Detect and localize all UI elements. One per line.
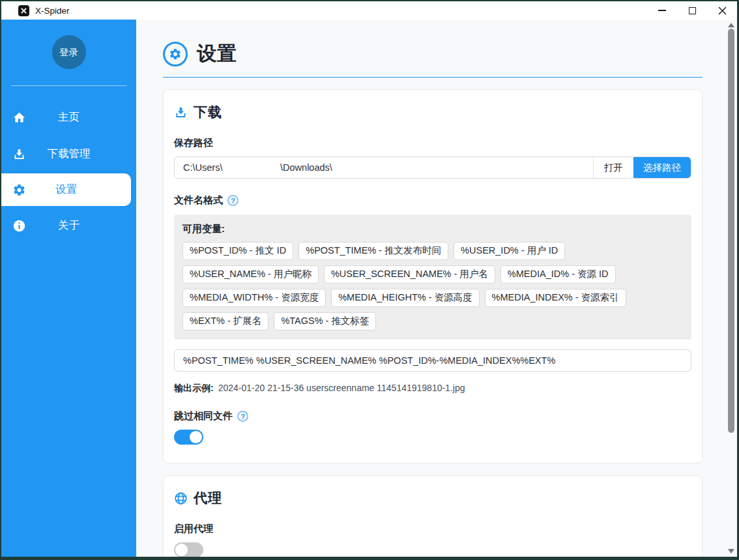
variables-panel: 可用变量: %POST_ID% - 推文 ID %POST_TIME% - 推文…	[174, 214, 691, 340]
login-label: 登录	[59, 46, 78, 59]
info-icon	[12, 219, 26, 233]
help-icon[interactable]: ?	[237, 411, 248, 422]
close-icon	[718, 7, 727, 15]
gear-icon	[12, 183, 26, 197]
skip-same-label: 跳过相同文件	[174, 410, 233, 422]
save-path-label: 保存路径	[174, 137, 691, 149]
download-icon	[174, 106, 188, 119]
window-controls	[647, 1, 737, 20]
choose-path-button[interactable]: 选择路径	[633, 157, 691, 178]
download-section-label: 下载	[194, 103, 222, 121]
header-divider	[163, 77, 703, 78]
filename-format-label: 文件名格式	[174, 194, 223, 207]
page-title: 设置	[197, 40, 237, 67]
variable-chip-tags[interactable]: %TAGS% - 推文标签	[274, 312, 376, 331]
globe-icon	[174, 492, 188, 505]
variable-chip-user-name[interactable]: %USER_NAME% - 用户昵称	[182, 265, 319, 284]
output-example-value: 2024-01-20 21-15-36 userscreenname 11451…	[218, 383, 465, 393]
variable-chip-media-width[interactable]: %MEDIA_WIDTH% - 资源宽度	[182, 289, 326, 307]
titlebar: X-Spider	[1, 1, 737, 20]
app-title: X-Spider	[35, 6, 70, 16]
variable-chip-media-index[interactable]: %MEDIA_INDEX% - 资源索引	[485, 289, 626, 307]
sidebar-divider	[11, 85, 126, 86]
toggle-knob	[190, 431, 202, 443]
proxy-section-label: 代理	[194, 489, 222, 507]
minimize-icon	[658, 10, 666, 11]
variable-chip-post-id[interactable]: %POST_ID% - 推文 ID	[182, 242, 293, 260]
scrollbar[interactable]	[726, 20, 737, 557]
variable-chip-ext[interactable]: %EXT% - 扩展名	[182, 312, 268, 331]
open-button[interactable]: 打开	[593, 157, 633, 178]
close-button[interactable]	[707, 1, 737, 20]
sidebar-item-about[interactable]: 关于	[1, 209, 136, 243]
skip-same-toggle[interactable]	[174, 430, 203, 445]
skip-same-label-row: 跳过相同文件 ?	[174, 410, 691, 422]
variables-label: 可用变量:	[182, 223, 683, 235]
output-example-label: 输出示例:	[174, 383, 214, 394]
maximize-icon	[689, 7, 696, 14]
scrollbar-down-arrow[interactable]	[728, 549, 734, 553]
variable-chip-user-screen-name[interactable]: %USER_SCREEN_NAME% - 用户名	[324, 265, 495, 284]
download-icon	[12, 147, 26, 161]
sidebar: 登录 主页 下载管理	[1, 20, 136, 557]
variable-chips: %POST_ID% - 推文 ID %POST_TIME% - 推文发布时间 %…	[182, 242, 683, 331]
filename-format-label-row: 文件名格式 ?	[174, 194, 691, 207]
variable-chip-media-height[interactable]: %MEDIA_HEIGHT% - 资源高度	[331, 289, 479, 307]
enable-proxy-toggle[interactable]	[174, 542, 203, 557]
save-path-group: 打开 选择路径	[174, 156, 691, 179]
main-area: 设置 下载 保存路径 打开	[136, 20, 737, 557]
page-header: 设置	[163, 40, 703, 67]
login-avatar[interactable]: 登录	[52, 35, 86, 69]
save-path-input[interactable]	[175, 157, 593, 178]
settings-page: 设置 下载 保存路径 打开	[136, 20, 737, 557]
app-logo-icon	[18, 5, 29, 16]
output-example: 输出示例: 2024-01-20 21-15-36 userscreenname…	[174, 383, 691, 394]
app-window: X-Spider 登录 主页	[0, 0, 739, 560]
sidebar-item-home[interactable]: 主页	[1, 100, 136, 134]
sidebar-item-settings[interactable]: 设置	[1, 173, 131, 206]
filename-format-input[interactable]	[174, 349, 691, 372]
help-icon[interactable]: ?	[227, 195, 239, 206]
enable-proxy-label: 启用代理	[174, 523, 691, 535]
scrollbar-up-arrow[interactable]	[728, 23, 734, 27]
download-section-title: 下载	[174, 103, 691, 121]
toggle-knob	[175, 544, 188, 556]
maximize-button[interactable]	[677, 1, 707, 20]
variable-chip-user-id[interactable]: %USER_ID% - 用户 ID	[454, 242, 565, 260]
proxy-settings-card: 代理 启用代理 代理地址	[163, 475, 703, 557]
minimize-button[interactable]	[647, 1, 677, 20]
variable-chip-post-time[interactable]: %POST_TIME% - 推文发布时间	[298, 242, 448, 260]
sidebar-item-download-manager[interactable]: 下载管理	[1, 137, 136, 171]
settings-gear-icon	[163, 42, 188, 66]
variable-chip-media-id[interactable]: %MEDIA_ID% - 资源 ID	[500, 265, 616, 284]
proxy-section-title: 代理	[174, 489, 691, 507]
home-icon	[12, 111, 26, 125]
download-settings-card: 下载 保存路径 打开 选择路径 文件名格式 ?	[163, 89, 703, 464]
sidebar-nav: 主页 下载管理 设置	[1, 100, 136, 243]
scrollbar-thumb[interactable]	[728, 29, 734, 433]
